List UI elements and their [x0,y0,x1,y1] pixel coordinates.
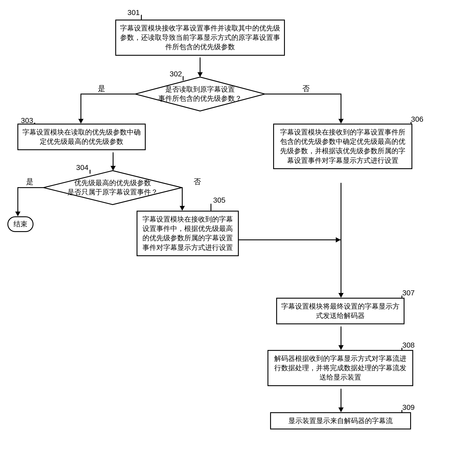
step-307: 字幕设置模块将最终设置的字幕显示方式发送给解码器 [276,298,404,324]
connector-304-no-v [182,187,183,207]
leader-307 [402,296,402,298]
connector-305-join-h [239,239,341,240]
flowchart: 301 字幕设置模块接收字幕设置事件并读取其中的优先级参数，还读取导致当前字幕显… [4,4,449,472]
step-309: 显示装置显示来自解码器的字幕流 [270,412,411,429]
step-303-text: 字幕设置模块在读取的优先级参数中确定优先级最高的优先级参数 [22,128,141,146]
step-306-text: 字幕设置模块在接收到的字幕设置事件所包含的优先级参数中确定优先级最高的优先级参数… [278,128,408,165]
arrowhead-303-304 [111,166,116,171]
connector-302-yes-v [80,94,81,120]
connector-302-no-v [340,94,341,120]
decision-302-text: 是否读取到原字幕设置事件所包含的优先级参数？ 是否读取到原字幕设置事件所包含的优… [158,85,242,103]
arrowhead-306-307 [338,293,344,298]
step-309-text: 显示装置显示来自解码器的字幕流 [275,416,406,426]
step-number-301: 301 [127,8,140,17]
arrowhead-308-309 [338,407,344,412]
connector-301-302 [200,58,200,73]
edge-302-yes: 是 [98,84,105,94]
step-305-text: 字幕设置模块在接收到的字幕设置事件中，根据优先级最高的优先级参数所属的字幕设置事… [141,215,234,252]
arrowhead-302-no [338,119,344,124]
step-303: 字幕设置模块在读取的优先级参数中确定优先级最高的优先级参数 [17,124,146,150]
leader-301 [141,15,142,20]
step-number-307: 307 [402,288,415,297]
edge-302-no: 否 [302,84,310,94]
arrowhead-307-308 [338,345,344,350]
step-number-309: 309 [402,403,415,411]
step-number-306: 306 [411,115,424,123]
connector-304-yes-h [17,187,44,188]
decision-304-text: 优先级最高的优先级参数是否只属于原字幕设置事件？ 优先级最高的优先级参数是否只属… [67,179,158,196]
step-306: 字幕设置模块在接收到的字幕设置事件所包含的优先级参数中确定优先级最高的优先级参数… [273,124,412,169]
connector-306-307 [340,183,341,294]
edge-304-yes: 是 [26,177,34,187]
arrowhead-305-join [336,237,340,242]
step-308: 解码器根据收到的字幕显示方式对字幕流进行数据处理，并将完成数据处理的字幕流发送给… [268,350,413,386]
step-number-305: 305 [213,196,226,204]
connector-304-yes-v [17,187,18,212]
step-308-text: 解码器根据收到的字幕显示方式对字幕流进行数据处理，并将完成数据处理的字幕流发送给… [272,354,408,382]
connector-302-yes-h [80,94,135,94]
arrowhead-302-yes [78,119,84,124]
decision-302: 是否读取到原字幕设置事件所包含的优先级参数？ 是否读取到原字幕设置事件所包含的优… [135,77,265,111]
arrowhead-304-no [180,206,185,211]
step-307-text: 字幕设置模块将最终设置的字幕显示方式发送给解码器 [281,302,400,320]
arrowhead-301-302 [198,72,203,77]
leader-305 [211,204,211,211]
step-301: 字幕设置模块接收字幕设置事件并读取其中的优先级参数，还读取导致当前字幕显示方式的… [115,20,285,56]
terminator-end: 结束 [7,216,34,232]
leader-309 [402,410,402,412]
connector-303-304 [113,152,113,167]
terminator-end-text: 结束 [14,219,27,229]
connector-302-no-h [265,94,341,94]
step-301-text: 字幕设置模块接收字幕设置事件并读取其中的优先级参数，还读取导致当前字幕显示方式的… [120,23,280,52]
arrowhead-304-yes [15,212,21,216]
step-305: 字幕设置模块在接收到的字幕设置事件中，根据优先级最高的优先级参数所属的字幕设置事… [137,211,239,256]
step-number-308: 308 [402,341,415,349]
connector-308-309 [340,389,341,408]
edge-304-no: 否 [194,177,201,187]
connector-307-308 [340,326,341,346]
decision-304: 优先级最高的优先级参数是否只属于原字幕设置事件？ 优先级最高的优先级参数是否只属… [43,170,182,205]
leader-308 [402,348,402,350]
